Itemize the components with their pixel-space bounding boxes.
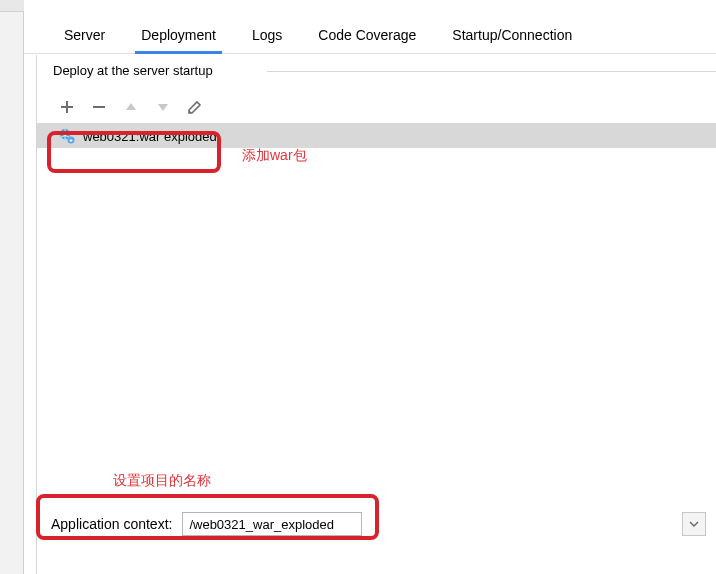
context-dropdown-button[interactable]: [682, 512, 706, 536]
deployment-panel: Deploy at the server startup: [36, 55, 716, 574]
annotation-set-project-name: 设置项目的名称: [113, 472, 211, 490]
annotation-add-war: 添加war包: [242, 147, 307, 165]
left-gutter-top: [0, 0, 24, 12]
move-down-icon: [155, 99, 171, 115]
artifact-list-item[interactable]: web0321:war exploded: [37, 124, 716, 148]
tab-code-coverage[interactable]: Code Coverage: [314, 19, 420, 53]
application-context-input-wrap: [182, 512, 364, 536]
remove-icon[interactable]: [91, 99, 107, 115]
application-context-label: Application context:: [51, 516, 172, 532]
artifact-list[interactable]: web0321:war exploded: [37, 123, 716, 433]
svg-rect-0: [93, 106, 105, 108]
application-context-row: Application context:: [51, 512, 706, 536]
tab-server[interactable]: Server: [60, 19, 109, 53]
deploy-at-startup-fieldset: Deploy at the server startup: [37, 71, 716, 433]
add-icon[interactable]: [59, 99, 75, 115]
tab-startup-connection[interactable]: Startup/Connection: [448, 19, 576, 53]
artifact-name: web0321:war exploded: [83, 129, 217, 144]
artifact-toolbar: [37, 89, 716, 123]
fieldset-divider: [267, 71, 716, 72]
move-up-icon: [123, 99, 139, 115]
fieldset-label: Deploy at the server startup: [47, 63, 219, 78]
tab-logs[interactable]: Logs: [248, 19, 286, 53]
edit-icon[interactable]: [187, 99, 203, 115]
tab-deployment[interactable]: Deployment: [137, 19, 220, 53]
web-artifact-icon: [59, 128, 75, 144]
tab-bar: Server Deployment Logs Code Coverage Sta…: [24, 0, 716, 54]
left-gutter: [0, 0, 24, 574]
application-context-input[interactable]: [182, 512, 362, 536]
